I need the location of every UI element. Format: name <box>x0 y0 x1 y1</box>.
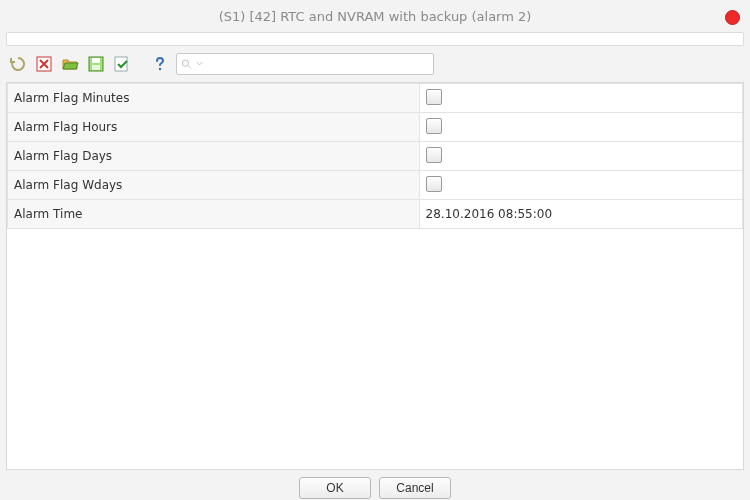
property-value[interactable] <box>419 142 742 171</box>
close-icon[interactable] <box>725 10 740 25</box>
property-label: Alarm Flag Wdays <box>8 171 420 200</box>
svg-point-6 <box>182 60 188 66</box>
svg-rect-3 <box>92 65 100 70</box>
value-text[interactable]: 28.10.2016 08:55:00 <box>426 207 552 221</box>
table-row: Alarm Flag Days <box>8 142 743 171</box>
table-row: Alarm Flag Hours <box>8 113 743 142</box>
property-label: Alarm Flag Days <box>8 142 420 171</box>
help-icon[interactable] <box>150 54 170 74</box>
property-value[interactable]: 28.10.2016 08:55:00 <box>419 200 742 229</box>
property-label: Alarm Flag Minutes <box>8 84 420 113</box>
titlebar: (S1) [42] RTC and NVRAM with backup (ala… <box>0 0 750 32</box>
open-folder-icon[interactable] <box>60 54 80 74</box>
progress-bar <box>6 32 744 46</box>
ok-button[interactable]: OK <box>299 477 371 499</box>
save-icon[interactable] <box>86 54 106 74</box>
checkbox[interactable] <box>426 176 442 192</box>
property-value[interactable] <box>419 171 742 200</box>
window-title: (S1) [42] RTC and NVRAM with backup (ala… <box>219 9 532 24</box>
toolbar <box>0 46 750 80</box>
search-input[interactable] <box>207 56 429 72</box>
svg-line-7 <box>188 66 191 69</box>
cancel-button[interactable]: Cancel <box>379 477 451 499</box>
table-row: Alarm Flag Wdays <box>8 171 743 200</box>
property-value[interactable] <box>419 84 742 113</box>
search-field[interactable] <box>176 53 434 75</box>
property-grid: Alarm Flag MinutesAlarm Flag HoursAlarm … <box>6 82 744 470</box>
undo-icon[interactable] <box>8 54 28 74</box>
apply-check-icon[interactable] <box>112 54 132 74</box>
property-value[interactable] <box>419 113 742 142</box>
discard-changes-icon[interactable] <box>34 54 54 74</box>
dialog-footer: OK Cancel <box>0 470 750 500</box>
svg-rect-2 <box>92 58 100 63</box>
checkbox[interactable] <box>426 147 442 163</box>
property-label: Alarm Flag Hours <box>8 113 420 142</box>
checkbox[interactable] <box>426 89 442 105</box>
table-row: Alarm Time28.10.2016 08:55:00 <box>8 200 743 229</box>
property-label: Alarm Time <box>8 200 420 229</box>
checkbox[interactable] <box>426 118 442 134</box>
table-row: Alarm Flag Minutes <box>8 84 743 113</box>
svg-point-5 <box>159 68 161 70</box>
search-icon <box>181 58 192 70</box>
chevron-down-icon[interactable] <box>196 60 203 68</box>
